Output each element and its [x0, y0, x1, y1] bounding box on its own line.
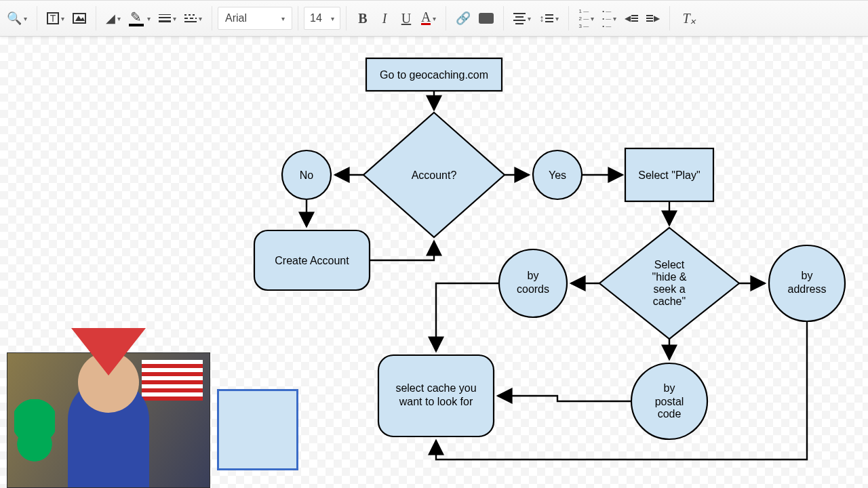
- line-weight-button[interactable]: ▾: [156, 6, 179, 30]
- align-button[interactable]: ▾: [511, 6, 534, 30]
- node-select-play-label: Select "Play": [638, 169, 700, 181]
- node-by-address-label2: address: [788, 283, 827, 295]
- font-family-value: Arial: [225, 12, 247, 24]
- font-family-select[interactable]: Arial▾: [218, 7, 292, 30]
- bold-button[interactable]: B: [353, 6, 372, 30]
- numbered-list-button[interactable]: 1 —2 —3 — ▾: [576, 6, 597, 30]
- node-yes-label: Yes: [549, 169, 566, 181]
- node-decision-hideseek-label4: cache": [653, 296, 686, 307]
- node-decision-account-label: Account?: [412, 169, 457, 181]
- node-create-account-label: Create Account: [275, 255, 349, 266]
- underline-button[interactable]: U: [397, 6, 416, 30]
- insert-link-button[interactable]: 🔗: [453, 6, 473, 30]
- node-by-address-label1: by: [802, 270, 813, 281]
- node-by-postal-label3: code: [658, 408, 682, 420]
- fill-color-button[interactable]: ◢▾: [103, 6, 123, 30]
- node-select-cache-label2: want to look for: [399, 396, 473, 407]
- font-size-value: 14: [310, 12, 322, 24]
- line-color-button[interactable]: ▾: [126, 6, 153, 30]
- node-by-postal-label1: by: [664, 382, 675, 394]
- webcam-overlay: [7, 352, 210, 488]
- line-dash-button[interactable]: ▾: [182, 6, 205, 30]
- line-spacing-button[interactable]: ↕ ▾: [536, 6, 561, 30]
- node-decision-hideseek-label1: Select: [654, 259, 685, 270]
- zoom-button[interactable]: 🔍▾: [4, 6, 30, 30]
- increase-indent-button[interactable]: ▶: [644, 6, 663, 30]
- node-decision-hideseek-label2: "hide &: [652, 271, 686, 283]
- node-by-coords-label2: coords: [517, 283, 549, 295]
- formatting-toolbar: 🔍▾ T ▾ ◢▾ ▾ ▾ ▾: [0, 0, 868, 37]
- node-start-label: Go to geocaching.com: [380, 69, 488, 81]
- textbox-button[interactable]: T ▾: [44, 6, 67, 30]
- decrease-indent-button[interactable]: ◀: [622, 6, 641, 30]
- insert-comment-button[interactable]: [476, 6, 496, 30]
- selected-shape-placeholder[interactable]: [217, 389, 298, 470]
- bulleted-list-button[interactable]: • —• —• — ▾: [599, 6, 619, 30]
- node-select-cache-label1: select cache you: [395, 382, 476, 394]
- node-no-label: No: [300, 169, 314, 181]
- drawing-canvas[interactable]: Go to geocaching.com Account? No Yes Sel…: [0, 37, 868, 488]
- text-color-button[interactable]: A▾: [418, 6, 439, 30]
- node-decision-hideseek-label3: seek a: [653, 283, 685, 295]
- insert-image-button[interactable]: [70, 6, 89, 30]
- node-by-postal-label2: postal: [655, 396, 684, 407]
- pen-icon: [129, 10, 145, 26]
- node-by-coords-label1: by: [528, 270, 539, 281]
- clear-formatting-button[interactable]: T✕: [677, 6, 696, 30]
- italic-button[interactable]: I: [375, 6, 394, 30]
- font-size-select[interactable]: 14▾: [304, 7, 340, 30]
